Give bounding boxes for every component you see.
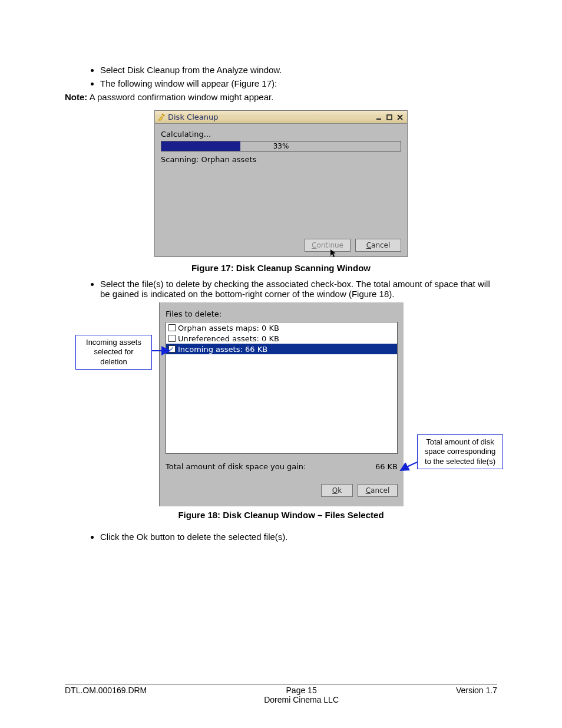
callout-arrow-right [398,462,419,476]
ok-mnemonic: O [332,486,338,495]
footer-version: Version 1.7 [456,686,497,704]
ok-button[interactable]: Ok [321,484,353,497]
file-row-selected[interactable]: ✓ Incoming assets: 66 KB [166,344,397,354]
minimize-icon[interactable] [374,113,384,121]
bullet-list-bottom: Click the Ok button to delete the select… [65,532,497,542]
footer-page-number: Page 15 [264,686,339,695]
bullet-item: Select Disk Cleanup from the Analyze win… [100,65,497,75]
continue-button[interactable]: Continue [305,239,351,252]
disk-cleanup-scanning-window: Disk Cleanup Calculating... 33% Scannin [154,110,408,257]
note-text: A password confirmation window might app… [87,92,273,102]
bullet-list-mid: Select the file(s) to delete by checking… [65,279,497,299]
total-gain-value: 66 KB [375,462,398,471]
footer-company: Doremi Cinema LLC [264,695,339,704]
titlebar: Disk Cleanup [155,111,407,124]
callout-arrow-left [152,346,172,357]
file-row-label: Unreferenced assets: 0 KB [178,334,279,343]
bullet-item: Select the file(s) to delete by checking… [100,279,497,299]
callout-incoming-assets: Incoming assets selected for deletion [75,335,152,370]
disk-cleanup-files-window: Files to delete: Orphan assets maps: 0 K… [159,302,404,506]
cancel-mnemonic: C [366,486,371,495]
file-row-label: Incoming assets: 66 KB [178,345,267,354]
files-list[interactable]: Orphan assets maps: 0 KB Unreferenced as… [166,322,398,454]
svg-rect-0 [376,118,381,120]
file-row[interactable]: Orphan assets maps: 0 KB [166,322,397,333]
cancel-mnemonic: C [366,241,371,249]
svg-rect-1 [387,115,392,120]
footer-rule [65,684,497,684]
page-footer: DTL.OM.000169.DRM Page 15 Doremi Cinema … [65,686,497,704]
scanning-status: Scanning: Orphan assets [161,155,401,164]
files-to-delete-label: Files to delete: [166,309,398,318]
continue-mnemonic: C [312,241,316,249]
bullet-list-top: Select Disk Cleanup from the Analyze win… [65,65,497,88]
file-row[interactable]: Unreferenced assets: 0 KB [166,333,397,344]
progress-bar: 33% [161,141,401,151]
file-row-label: Orphan assets maps: 0 KB [178,324,279,332]
bullet-item: The following window will appear (Figure… [100,78,497,88]
cursor-icon [330,249,336,258]
cancel-button[interactable]: Cancel [355,239,401,252]
cancel-button[interactable]: Cancel [358,484,398,497]
note-line: Note: A password confirmation window mig… [65,92,497,102]
total-gain-label: Total amount of disk space you gain: [166,462,306,471]
bullet-item: Click the Ok button to delete the select… [100,532,497,542]
footer-doc-id: DTL.OM.000169.DRM [65,686,147,704]
calculating-label: Calculating... [161,130,401,139]
callout-total-space: Total amount of disk space corresponding… [417,434,503,469]
progress-percent-label: 33% [161,141,401,151]
checkbox[interactable] [168,324,176,331]
figure18-caption: Figure 18: Disk Cleanup Window – Files S… [65,510,497,520]
close-icon[interactable] [395,113,405,121]
broom-icon [157,113,166,121]
figure17-caption: Figure 17: Disk Cleanup Scanning Window [65,263,497,273]
window-title: Disk Cleanup [168,113,218,121]
maximize-icon[interactable] [385,113,394,121]
checkbox[interactable] [168,335,176,342]
note-label: Note: [65,92,87,102]
